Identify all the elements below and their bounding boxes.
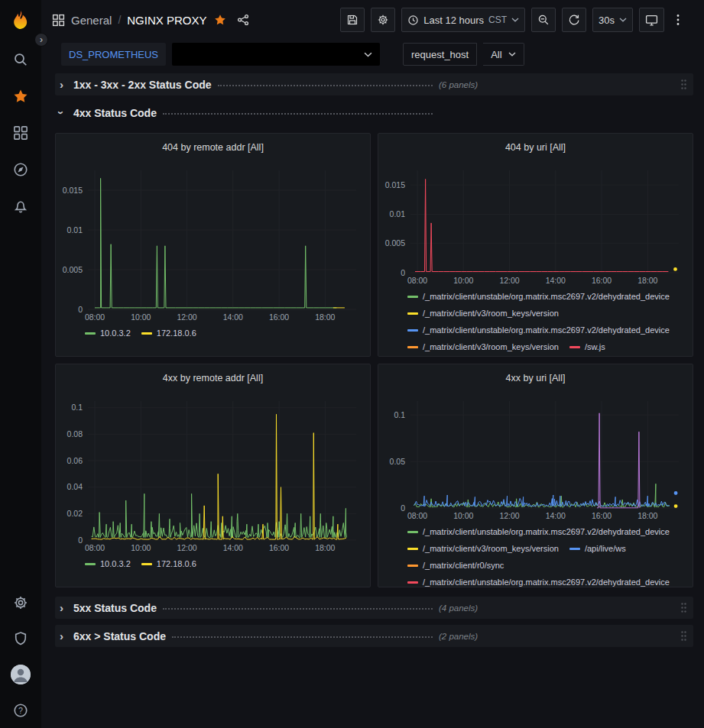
dashboard-canvas: › 1xx - 3xx - 2xx Status Code (6 panels)… bbox=[41, 69, 704, 728]
clock-icon bbox=[407, 15, 419, 26]
breadcrumb-folder[interactable]: General bbox=[71, 14, 112, 27]
refresh-interval-dropdown[interactable]: 30s bbox=[592, 8, 633, 32]
sidebar-item-search[interactable] bbox=[0, 41, 41, 78]
timeseries-chart[interactable]: 00.050.108:0010:0012:0014:0016:0018:00 bbox=[381, 392, 689, 522]
svg-text:0.1: 0.1 bbox=[394, 410, 405, 419]
legend-item[interactable]: /_matrix/client/unstable/org.matrix.msc2… bbox=[407, 525, 670, 539]
refresh-icon bbox=[568, 14, 580, 26]
panel-legend: /_matrix/client/unstable/org.matrix.msc2… bbox=[378, 522, 693, 587]
svg-text:08:00: 08:00 bbox=[85, 312, 105, 322]
datasource-variable-label[interactable]: DS_PROMETHEUS bbox=[61, 43, 166, 66]
request-host-select[interactable]: All bbox=[483, 43, 524, 66]
legend-item[interactable]: /_matrix/client/unstable/org.matrix.msc2… bbox=[407, 290, 670, 303]
legend-item[interactable]: /_matrix/client/r0/sync bbox=[407, 558, 504, 572]
drag-handle[interactable] bbox=[680, 79, 687, 90]
legend-item[interactable]: 172.18.0.6 bbox=[141, 557, 196, 571]
sidebar-item-explore[interactable] bbox=[0, 151, 41, 188]
panel-title[interactable]: 4xx by uri [All] bbox=[378, 364, 693, 392]
legend-item[interactable]: 10.0.3.2 bbox=[85, 326, 131, 340]
row-header-1xx[interactable]: › 1xx - 3xx - 2xx Status Code (6 panels) bbox=[55, 73, 693, 95]
legend-swatch bbox=[407, 346, 418, 348]
legend-label: /_matrix/client/unstable/org.matrix.msc2… bbox=[423, 578, 670, 587]
legend-item[interactable]: /api/live/ws bbox=[569, 542, 626, 555]
breadcrumb-separator: / bbox=[118, 14, 121, 26]
panel-title[interactable]: 4xx by remote addr [All] bbox=[56, 364, 370, 392]
legend-item[interactable]: 10.0.3.2 bbox=[85, 557, 131, 571]
save-dashboard-button[interactable] bbox=[340, 8, 365, 32]
svg-text:0.05: 0.05 bbox=[390, 457, 406, 466]
legend-item[interactable]: /_matrix/client/unstable/org.matrix.msc2… bbox=[407, 575, 670, 587]
datasource-select[interactable] bbox=[172, 43, 380, 66]
compass-icon bbox=[13, 162, 28, 177]
legend-swatch bbox=[407, 329, 418, 332]
refresh-button[interactable] bbox=[562, 8, 586, 32]
sidebar-item-help[interactable]: ? bbox=[0, 692, 41, 728]
chevron-down-icon bbox=[364, 52, 372, 57]
legend-label: /_matrix/client/unstable/org.matrix.msc2… bbox=[423, 325, 670, 335]
chevron-down-icon bbox=[511, 18, 519, 22]
legend-item[interactable]: 172.18.0.6 bbox=[141, 326, 196, 340]
time-range-picker[interactable]: Last 12 hours CST bbox=[401, 8, 525, 32]
legend-label: /sw.js bbox=[585, 342, 605, 351]
legend-swatch bbox=[407, 548, 418, 550]
svg-text:10:00: 10:00 bbox=[131, 543, 151, 552]
dashboard-title[interactable]: NGINX PROXY bbox=[127, 14, 206, 27]
panel-title[interactable]: 404 by remote addr [All] bbox=[56, 134, 370, 161]
apps-grid-icon bbox=[52, 14, 65, 27]
zoom-out-button[interactable] bbox=[531, 8, 556, 32]
sidebar-item-alerting[interactable] bbox=[0, 188, 41, 225]
row-header-4xx[interactable]: › 4xx Status Code bbox=[55, 102, 693, 124]
share-icon[interactable] bbox=[237, 14, 249, 26]
row-header-6xx[interactable]: › 6xx > Status Code (2 panels) bbox=[55, 625, 693, 647]
svg-text:16:00: 16:00 bbox=[269, 543, 289, 552]
row-title: 4xx Status Code bbox=[73, 107, 157, 119]
legend-item[interactable]: /_matrix/client/v3/room_keys/version bbox=[407, 340, 559, 354]
svg-text:0.01: 0.01 bbox=[67, 225, 83, 235]
legend-swatch bbox=[141, 563, 152, 565]
empty-canvas-space bbox=[55, 647, 693, 716]
legend-swatch bbox=[569, 346, 580, 348]
sidebar-item-settings[interactable] bbox=[0, 584, 41, 620]
chevron-right-icon: › bbox=[60, 78, 73, 91]
bell-icon bbox=[13, 199, 28, 214]
row-header-5xx[interactable]: › 5xx Status Code (4 panels) bbox=[55, 597, 693, 619]
svg-text:0.01: 0.01 bbox=[390, 209, 406, 218]
legend-swatch bbox=[407, 296, 418, 298]
star-icon bbox=[13, 89, 28, 104]
user-avatar bbox=[11, 665, 31, 684]
panel-title[interactable]: 404 by uri [All] bbox=[378, 134, 693, 161]
timeseries-chart[interactable]: 00.0050.010.01508:0010:0012:0014:0016:00… bbox=[59, 161, 367, 323]
timeseries-chart[interactable]: 00.0050.010.01508:0010:0012:0014:0016:00… bbox=[381, 161, 689, 286]
legend-swatch bbox=[85, 332, 96, 335]
svg-text:12:00: 12:00 bbox=[177, 543, 196, 552]
shield-icon bbox=[13, 631, 28, 646]
favorite-star-icon[interactable] bbox=[214, 14, 226, 26]
dashboards-grid-icon bbox=[13, 125, 28, 141]
row-title: 1xx - 3xx - 2xx Status Code bbox=[73, 79, 212, 91]
legend-item[interactable]: /_matrix/client/unstable/org.matrix.msc2… bbox=[407, 323, 670, 337]
legend-label: 10.0.3.2 bbox=[100, 559, 131, 568]
save-floppy-icon bbox=[346, 14, 358, 26]
drag-handle[interactable] bbox=[680, 602, 687, 613]
svg-text:0.02: 0.02 bbox=[67, 509, 83, 518]
drag-handle[interactable] bbox=[680, 630, 687, 642]
svg-text:0.005: 0.005 bbox=[63, 265, 83, 274]
kebab-menu-button[interactable] bbox=[670, 8, 695, 32]
sidebar-item-dashboards[interactable] bbox=[0, 115, 41, 151]
timeseries-chart[interactable]: 00.020.040.060.080.108:0010:0012:0014:00… bbox=[59, 392, 367, 554]
legend-label: /_matrix/client/v3/room_keys/version bbox=[423, 309, 559, 318]
tv-mode-button[interactable] bbox=[639, 8, 664, 32]
sidebar-item-server-admin[interactable] bbox=[0, 620, 41, 656]
timeseries-plot: 00.020.040.060.080.108:0010:0012:0014:00… bbox=[59, 392, 367, 554]
dashboard-settings-button[interactable] bbox=[371, 8, 395, 32]
sidebar-item-starred[interactable] bbox=[0, 78, 41, 115]
expand-sidebar-button[interactable]: › bbox=[34, 33, 48, 47]
legend-item[interactable]: /_matrix/client/v3/room_keys/version bbox=[407, 306, 559, 320]
legend-swatch bbox=[407, 531, 418, 533]
svg-text:14:00: 14:00 bbox=[223, 543, 243, 552]
sidebar-item-profile[interactable] bbox=[0, 656, 41, 692]
legend-item[interactable]: /sw.js bbox=[569, 340, 605, 354]
legend-item[interactable]: /_matrix/client/v3/room_keys/version bbox=[407, 542, 559, 555]
svg-text:0.06: 0.06 bbox=[67, 456, 83, 465]
chevron-right-icon: › bbox=[60, 601, 73, 614]
